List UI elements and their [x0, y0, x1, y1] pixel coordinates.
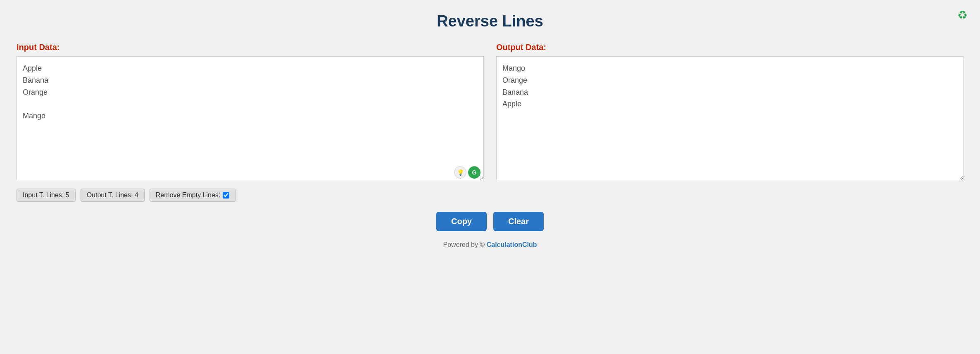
bulb-icon[interactable]: 💡 [454, 166, 466, 179]
input-textarea-wrapper: 💡 G [17, 56, 484, 182]
input-label: Input Data: [17, 43, 484, 52]
remove-empty-badge: Remove Empty Lines: [150, 189, 236, 202]
page-wrapper: ♻ Reverse Lines Input Data: 💡 G Output D… [0, 0, 980, 261]
remove-empty-checkbox[interactable] [223, 192, 229, 199]
input-column: Input Data: 💡 G [17, 43, 484, 182]
output-column: Output Data: [496, 43, 963, 182]
page-title: Reverse Lines [17, 12, 963, 30]
footer: Powered by © CalculationClub [17, 241, 963, 249]
buttons-row: Copy Clear [17, 212, 963, 231]
footer-link[interactable]: CalculationClub [487, 241, 537, 248]
input-lines-badge: Input T. Lines: 5 [17, 189, 76, 202]
recycle-icon[interactable]: ♻ [957, 8, 968, 22]
output-lines-badge: Output T. Lines: 4 [81, 189, 145, 202]
grammar-icons: 💡 G [454, 166, 480, 179]
copy-button[interactable]: Copy [436, 212, 487, 231]
footer-text: Powered by © [443, 241, 485, 248]
stats-row: Input T. Lines: 5 Output T. Lines: 4 Rem… [17, 189, 963, 202]
clear-button[interactable]: Clear [493, 212, 544, 231]
input-textarea[interactable] [17, 56, 484, 180]
main-columns: Input Data: 💡 G Output Data: [17, 43, 963, 182]
output-textarea[interactable] [496, 56, 963, 180]
output-label: Output Data: [496, 43, 963, 52]
grammarly-icon[interactable]: G [468, 166, 480, 179]
remove-empty-label: Remove Empty Lines: [156, 191, 221, 199]
